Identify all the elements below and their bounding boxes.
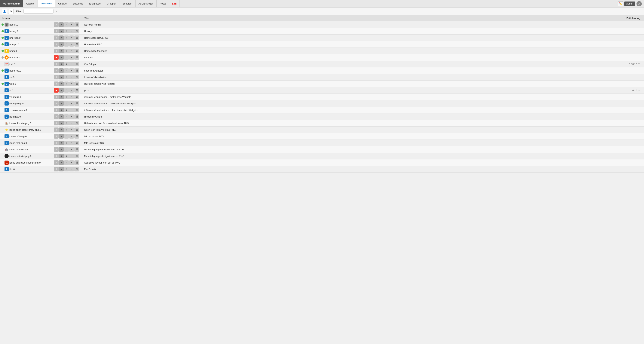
stop-button[interactable]: ■ [59, 121, 64, 126]
delete-button[interactable]: ✕ [69, 36, 74, 40]
play-pause-button[interactable]: ⏸ [54, 134, 58, 138]
stop-button[interactable]: ■ [59, 82, 64, 86]
log-button[interactable]: 🖼 [74, 134, 79, 138]
play-pause-button[interactable]: ⏸ [54, 121, 58, 126]
play-pause-button[interactable]: ⏸ [54, 68, 58, 73]
log-button[interactable]: 🖼 [74, 62, 79, 66]
person-icon[interactable]: 👤 [2, 9, 7, 14]
delete-button[interactable]: ✕ [69, 49, 74, 53]
delete-button[interactable]: ✕ [69, 154, 74, 158]
delete-button[interactable]: ✕ [69, 101, 74, 106]
play-pause-button[interactable]: ⏸ [54, 62, 58, 66]
play-pause-button[interactable]: ⏸ [54, 114, 58, 119]
stop-button[interactable]: ■ [59, 55, 64, 60]
restart-button[interactable]: ↺ [64, 108, 69, 112]
delete-button[interactable]: ✕ [69, 42, 74, 46]
restart-button[interactable]: ↺ [64, 36, 69, 40]
delete-button[interactable]: ✕ [69, 141, 74, 145]
nav-tab-instanzen[interactable]: Instanzen [38, 0, 55, 7]
play-pause-button[interactable]: ⏸ [54, 29, 58, 34]
play-pause-button[interactable]: ⏸ [54, 108, 58, 112]
log-button[interactable]: 🖼 [74, 82, 79, 86]
user-button[interactable]: Admin [624, 2, 635, 6]
stop-button[interactable]: ■ [59, 49, 64, 53]
stop-button[interactable]: ■ [59, 154, 64, 158]
restart-button[interactable]: ↺ [64, 121, 69, 126]
nav-tab-ereignisse[interactable]: Ereignisse [86, 0, 104, 7]
play-pause-button[interactable]: ⏸ [54, 154, 58, 158]
log-button[interactable]: 🖼 [74, 95, 79, 99]
restart-button[interactable]: ↺ [64, 114, 69, 119]
stop-button[interactable]: ■ [59, 22, 64, 27]
restart-button[interactable]: ↺ [64, 75, 69, 80]
stop-button[interactable]: ■ [59, 75, 64, 80]
stop-button[interactable]: ■ [59, 167, 64, 172]
delete-button[interactable]: ✕ [69, 62, 74, 66]
restart-button[interactable]: ↺ [64, 88, 69, 92]
log-button[interactable]: 🖼 [74, 167, 79, 172]
nav-tab-benutzer[interactable]: Benutzer [120, 0, 135, 7]
stop-button[interactable]: ■ [59, 36, 64, 40]
settings-icon[interactable]: ⚙ [8, 9, 14, 14]
delete-button[interactable]: ✕ [69, 22, 74, 27]
stop-button[interactable]: ■ [59, 95, 64, 99]
log-button[interactable]: 🖼 [74, 49, 79, 53]
play-pause-button[interactable]: ⏸ [54, 95, 58, 99]
log-button[interactable]: 🖼 [74, 42, 79, 46]
log-button[interactable]: 🖼 [74, 22, 79, 27]
stop-button[interactable]: ■ [59, 29, 64, 34]
restart-button[interactable]: ↺ [64, 141, 69, 145]
nav-tab-objekte[interactable]: Objekte [55, 0, 70, 7]
nav-tab-zustaende[interactable]: Zustände [70, 0, 86, 7]
restart-button[interactable]: ↺ [64, 62, 69, 66]
play-pause-button[interactable]: ▶ [54, 88, 58, 92]
restart-button[interactable]: ↺ [64, 82, 69, 86]
restart-button[interactable]: ↺ [64, 49, 69, 53]
play-pause-button[interactable]: ⏸ [54, 49, 58, 53]
stop-button[interactable]: ■ [59, 141, 64, 145]
restart-button[interactable]: ↺ [64, 95, 69, 99]
log-button[interactable]: 🖼 [74, 154, 79, 158]
log-button[interactable]: 🖼 [74, 160, 79, 165]
stop-button[interactable]: ■ [59, 101, 64, 106]
log-button[interactable]: 🖼 [74, 128, 79, 132]
delete-button[interactable]: ✕ [69, 55, 74, 60]
log-button[interactable]: 🖼 [74, 141, 79, 145]
restart-button[interactable]: ↺ [64, 147, 69, 152]
filter-input[interactable] [24, 9, 54, 14]
play-pause-button[interactable]: ⏸ [54, 42, 58, 46]
edit-icon[interactable]: ✏️ [618, 1, 623, 6]
restart-button[interactable]: ↺ [64, 29, 69, 34]
log-button[interactable]: 🖼 [74, 36, 79, 40]
restart-button[interactable]: ↺ [64, 128, 69, 132]
play-pause-button[interactable]: ⏸ [54, 160, 58, 165]
delete-button[interactable]: ✕ [69, 134, 74, 138]
log-button[interactable]: 🖼 [74, 101, 79, 106]
restart-button[interactable]: ↺ [64, 167, 69, 172]
delete-button[interactable]: ✕ [69, 108, 74, 112]
log-button[interactable]: 🖼 [74, 29, 79, 34]
restart-button[interactable]: ↺ [64, 55, 69, 60]
delete-button[interactable]: ✕ [69, 167, 74, 172]
nav-tab-adapter[interactable]: Adapter [23, 0, 38, 7]
nav-tab-log[interactable]: Log [169, 0, 180, 7]
restart-button[interactable]: ↺ [64, 154, 69, 158]
delete-button[interactable]: ✕ [69, 160, 74, 165]
play-pause-button[interactable]: ⏸ [54, 147, 58, 152]
log-button[interactable]: 🖼 [74, 55, 79, 60]
log-button[interactable]: 🖼 [74, 75, 79, 80]
delete-button[interactable]: ✕ [69, 114, 74, 119]
restart-button[interactable]: ↺ [64, 160, 69, 165]
play-pause-button[interactable]: ⏸ [54, 82, 58, 86]
nav-tab-gruppen[interactable]: Gruppen [104, 0, 120, 7]
delete-button[interactable]: ✕ [69, 82, 74, 86]
play-pause-button[interactable]: ⏸ [54, 36, 58, 40]
nav-tab-aufzaehlungen[interactable]: Aufzählungen [136, 0, 157, 7]
stop-button[interactable]: ■ [59, 42, 64, 46]
log-button[interactable]: 🖼 [74, 121, 79, 126]
delete-button[interactable]: ✕ [69, 121, 74, 126]
delete-button[interactable]: ✕ [69, 147, 74, 152]
log-button[interactable]: 🖼 [74, 88, 79, 92]
stop-button[interactable]: ■ [59, 134, 64, 138]
play-pause-button[interactable]: ⏸ [54, 22, 58, 27]
